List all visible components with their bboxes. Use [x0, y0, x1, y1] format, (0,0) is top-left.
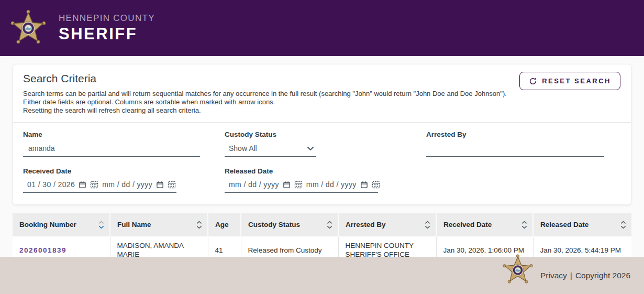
search-description-line: Either date fields are optional. Columns… [23, 98, 507, 106]
received-date-label: Received Date [23, 167, 225, 175]
column-label: Full Name [117, 221, 151, 228]
column-label: Released Date [540, 221, 589, 228]
released-date-label: Released Date [225, 167, 426, 175]
name-field-group: Name [23, 130, 225, 157]
copyright-text: Copyright 2026 [575, 271, 630, 280]
column-header-released-date[interactable]: Released Date [533, 213, 631, 236]
custody-status-field-group: Custody Status Show All [225, 130, 426, 157]
search-description: Search terms can be partial and will ret… [23, 90, 507, 115]
sort-asc-icon [327, 221, 332, 224]
sort-asc-icon [425, 221, 430, 224]
column-header-booking-number[interactable]: Booking Number [13, 213, 110, 236]
chevron-down-icon [307, 146, 314, 151]
calendar-icon [79, 181, 86, 189]
search-description-line: Search terms can be partial and will ret… [23, 90, 507, 98]
sort-desc-icon [327, 225, 332, 229]
sort-asc-icon [620, 221, 626, 224]
column-label: Arrested By [346, 221, 386, 228]
column-label: Custody Status [248, 221, 300, 228]
sort-asc-icon [196, 221, 202, 224]
column-label: Booking Number [19, 221, 76, 228]
released-date-from-picker-icon[interactable] [294, 180, 303, 189]
search-description-line: Resetting the search will refresh cleari… [23, 106, 507, 115]
received-date-range: 01 / 30 / 2026 mm / dd / yyyy [23, 177, 176, 193]
sheriff-star-badge-icon [10, 9, 46, 47]
received-date-to-picker-icon[interactable] [168, 180, 176, 189]
sort-icons [327, 221, 332, 229]
received-date-to-input[interactable]: mm / dd / yyyy [102, 180, 152, 189]
received-date-field-group: Received Date 01 / 30 / 2026 mm / dd / y… [23, 167, 225, 193]
sort-icons [425, 221, 430, 229]
calendar-icon [360, 181, 368, 189]
calendar-icon [156, 181, 164, 189]
released-date-field-group: Released Date mm / dd / yyyy mm / dd / y… [225, 167, 426, 193]
footer-text: Privacy | Copyright 2026 [540, 257, 630, 294]
footer-separator: | [570, 271, 572, 280]
arrested-by-label: Arrested By [426, 130, 621, 138]
sort-icons [620, 221, 626, 229]
sort-desc-icon [620, 225, 626, 229]
sort-icons [521, 221, 527, 229]
agency-name: HENNEPIN COUNTY [59, 13, 155, 24]
name-label: Name [23, 130, 225, 138]
booking-number-link[interactable]: 2026001839 [19, 246, 66, 254]
custody-status-select[interactable]: Show All [225, 140, 316, 157]
refresh-icon [529, 77, 537, 85]
sort-icons [98, 221, 104, 229]
released-date-to-input[interactable]: mm / dd / yyyy [306, 180, 357, 189]
column-header-full-name[interactable]: Full Name [110, 213, 208, 236]
brand-block: HENNEPIN COUNTY SHERIFF [59, 13, 155, 43]
released-date-from-input[interactable]: mm / dd / yyyy [229, 180, 279, 189]
card-divider [13, 122, 631, 123]
column-label: Received Date [443, 221, 492, 228]
column-header-received-date[interactable]: Received Date [436, 213, 533, 236]
reset-search-label: RESET SEARCH [542, 77, 611, 85]
column-label: Age [215, 221, 229, 228]
privacy-link[interactable]: Privacy [540, 271, 567, 280]
received-date-from-picker-icon[interactable] [90, 180, 98, 189]
search-form: Name Custody Status Show All Arrested By… [23, 130, 621, 193]
received-date-from-input[interactable]: 01 / 30 / 2026 [27, 180, 75, 189]
arrested-by-field-group: Arrested By [426, 130, 621, 157]
column-header-custody-status[interactable]: Custody Status [241, 213, 338, 236]
custody-status-selected-value: Show All [229, 144, 257, 153]
released-date-to-picker-icon[interactable] [372, 180, 380, 189]
site-footer: Privacy | Copyright 2026 [0, 257, 644, 294]
sort-desc-icon [98, 225, 104, 229]
arrested-by-input[interactable] [426, 140, 604, 157]
agency-dept: SHERIFF [59, 25, 155, 43]
sort-desc-icon [196, 225, 202, 229]
custody-status-label: Custody Status [225, 130, 426, 138]
column-header-age: Age [208, 213, 241, 236]
sort-desc-icon [425, 225, 430, 229]
search-criteria-card: Search Criteria Search terms can be part… [13, 64, 631, 205]
sort-desc-icon [521, 225, 527, 229]
sort-icons [196, 221, 202, 229]
sort-asc-icon [98, 221, 104, 224]
sheriff-star-badge-icon [503, 254, 533, 286]
column-header-arrested-by[interactable]: Arrested By [338, 213, 436, 236]
reset-search-button[interactable]: RESET SEARCH [519, 72, 620, 90]
table-header-row: Booking Number Full Name Age [13, 213, 631, 236]
app-header: HENNEPIN COUNTY SHERIFF [0, 0, 644, 56]
name-input[interactable] [23, 140, 200, 157]
sort-asc-icon [521, 221, 527, 224]
calendar-icon [283, 181, 291, 189]
released-date-range: mm / dd / yyyy mm / dd / yyyy [225, 177, 378, 193]
